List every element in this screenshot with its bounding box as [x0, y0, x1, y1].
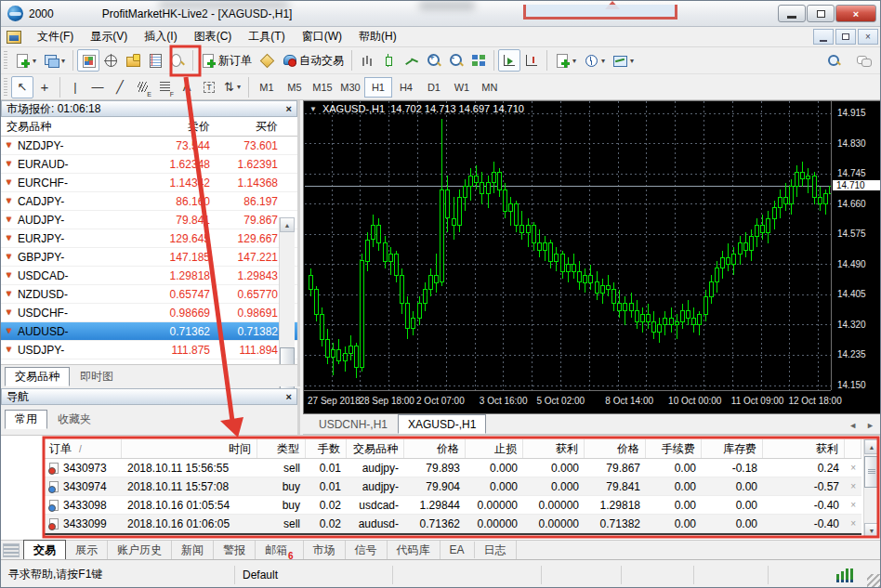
market-watch-header[interactable]: 交易品种 卖价 买价 [1, 117, 297, 137]
terminal-button[interactable] [144, 49, 166, 72]
market-watch-row[interactable]: ▼NZDJPY-73.54473.601 [1, 137, 297, 155]
orders-column-1[interactable]: 时间 [122, 439, 257, 458]
menu-item-0[interactable]: 文件(F) [29, 26, 82, 47]
market-watch-row[interactable]: ▼USDCAD-1.298181.29843 [1, 267, 297, 285]
market-watch-row[interactable]: ▼USDCHF-0.986690.98691 [1, 304, 297, 322]
orders-column-3[interactable]: 手数 [306, 439, 347, 458]
close-button[interactable]: × [835, 5, 876, 22]
chart-tab-usdcnh[interactable]: USDCNH-,H1 [309, 414, 398, 434]
text-label-tool[interactable]: T [198, 76, 220, 98]
profiles-button[interactable]: ▾ [40, 49, 69, 72]
orders-column-8[interactable]: 价格 [585, 439, 646, 458]
vertical-line-tool[interactable]: | [64, 76, 86, 98]
toolbar-grip[interactable] [4, 51, 7, 70]
resize-grip[interactable] [867, 574, 880, 587]
menu-item-2[interactable]: 插入(I) [136, 26, 185, 47]
strategy-tester-button[interactable] [166, 49, 189, 72]
toolbar-grip[interactable] [4, 78, 7, 97]
market-watch-row[interactable]: ▼AUDJPY-79.84179.867 [1, 211, 297, 229]
terminal-tab-8[interactable]: 代码库 [388, 541, 440, 560]
orders-table-header[interactable]: 订单/时间类型手数交易品种价格止损获利价格手续费库存费获利 [44, 439, 861, 459]
timeframe-m5[interactable]: M5 [281, 77, 309, 98]
data-window-button[interactable] [99, 49, 122, 72]
order-row[interactable]: 34309742018.10.11 15:57:08buy0.01audjpy-… [44, 477, 861, 496]
templates-button[interactable]: ▾ [609, 49, 638, 72]
tile-windows-button[interactable] [467, 49, 490, 72]
terminal-tab-3[interactable]: 新闻 [172, 541, 214, 560]
status-profile[interactable]: Default [235, 566, 393, 584]
tab-tick-chart[interactable]: 即时图 [70, 367, 124, 386]
chart-tab-scroll-right-icon[interactable]: ► [866, 421, 874, 430]
new-order-button[interactable]: 新订单 [197, 49, 256, 72]
chart-title-caret-icon[interactable]: ▼ [309, 105, 317, 113]
close-order-icon[interactable]: × [845, 518, 861, 529]
mdi-close-button[interactable]: × [858, 29, 878, 45]
market-watch-row[interactable]: ▼CADJPY-86.16086.197 [1, 192, 297, 211]
mdi-minimize-button[interactable] [813, 29, 834, 45]
market-watch-row[interactable]: ▼AUDUSD-0.713620.71382 [1, 322, 297, 341]
market-watch-row[interactable]: ▼NZDUSD-0.657470.65770 [1, 285, 297, 304]
trendline-tool[interactable]: ╱ [109, 76, 131, 98]
order-row[interactable]: 34309732018.10.11 15:56:55sell0.01audjpy… [44, 459, 861, 477]
tab-common[interactable]: 常用 [5, 410, 47, 429]
order-row[interactable]: 34330992018.10.16 01:06:05sell0.02audusd… [44, 515, 861, 533]
zoom-in-button[interactable]: + [423, 49, 445, 72]
bar-chart-button[interactable] [356, 49, 378, 72]
scroll-up-icon[interactable]: ▲ [280, 217, 295, 232]
price-axis[interactable]: 14.91514.83014.74514.66014.57514.49014.4… [831, 101, 881, 390]
terminal-tab-9[interactable]: EA [440, 542, 475, 558]
timeframe-h4[interactable]: H4 [392, 77, 420, 98]
menu-item-1[interactable]: 显示(V) [82, 26, 136, 47]
timeframe-m1[interactable]: M1 [253, 77, 281, 98]
close-order-icon[interactable]: × [845, 481, 861, 491]
restore-button[interactable] [807, 5, 835, 22]
timeframe-h1[interactable]: H1 [364, 77, 392, 98]
line-chart-button[interactable] [401, 49, 423, 72]
zoom-out-button[interactable]: - [445, 49, 467, 72]
chart-tab-xagusd[interactable]: XAGUSD-,H1 [398, 414, 486, 434]
timeframe-m15[interactable]: M15 [309, 77, 336, 98]
terminal-scrollbar[interactable]: ▲ ▼ [863, 439, 879, 538]
scrollbar-thumb[interactable] [864, 456, 879, 488]
column-ask[interactable]: 买价 [210, 119, 282, 135]
indicators-button[interactable]: ▾ [551, 49, 580, 72]
orders-column-7[interactable]: 获利 [523, 439, 585, 458]
chart-tab-scroll-left-icon[interactable]: ◄ [848, 421, 857, 430]
title-bar[interactable]: 2000 ProfitMarketHK-Live2 - [XAGUSD-,H1]… [1, 1, 881, 27]
market-watch-toggle[interactable] [77, 49, 99, 72]
orders-column-0[interactable]: 订单/ [44, 439, 122, 458]
fibonacci-tool[interactable]: F [153, 76, 176, 98]
navigator-button[interactable] [122, 49, 144, 72]
terminal-tab-0[interactable]: 交易 [23, 540, 66, 561]
auto-scroll-button[interactable] [498, 49, 520, 72]
timeframe-m30[interactable]: M30 [336, 77, 364, 98]
metaeditor-button[interactable] [256, 49, 278, 72]
market-watch-row[interactable]: ▼USDJPY-111.875111.894 [1, 341, 297, 359]
market-watch-row[interactable]: ▼GBPJPY-147.185147.221 [1, 248, 297, 267]
market-watch-row[interactable]: ▼EURAUD-1.623481.62391 [1, 155, 297, 174]
menu-item-6[interactable]: 帮助(H) [350, 26, 405, 47]
time-axis[interactable]: 27 Sep 201828 Sep 18:002 Oct 07:003 Oct … [304, 390, 831, 413]
minimize-button[interactable] [778, 5, 806, 22]
periods-button[interactable]: ▾ [580, 49, 609, 72]
order-row[interactable]: 34330982018.10.16 01:05:54buy0.02usdcad-… [44, 496, 861, 515]
orders-column-2[interactable]: 类型 [257, 439, 306, 458]
terminal-tab-2[interactable]: 账户历史 [108, 541, 172, 560]
column-bid[interactable]: 卖价 [125, 119, 210, 135]
terminal-tab-4[interactable]: 警报 [214, 541, 256, 560]
timeframe-w1[interactable]: W1 [448, 77, 476, 98]
close-order-icon[interactable]: × [845, 500, 861, 510]
market-watch-caption[interactable]: 市场报价: 01:06:18 × [1, 100, 297, 117]
channel-tool[interactable]: E [131, 76, 153, 98]
horizontal-line-tool[interactable]: — [86, 76, 109, 98]
orders-column-4[interactable]: 交易品种 [347, 439, 404, 458]
mdi-restore-button[interactable] [835, 29, 856, 45]
terminal-tab-6[interactable]: 市场 [304, 541, 346, 560]
crosshair-tool[interactable]: + [33, 76, 56, 98]
arrows-tool[interactable]: ⇅▾ [220, 76, 244, 98]
terminal-grip-icon[interactable] [3, 543, 20, 557]
text-tool[interactable]: A [176, 76, 198, 98]
chart-panel[interactable]: ▼ XAGUSD-,H1 14.702 14.713 14.697 14.710… [303, 100, 881, 414]
timeframe-d1[interactable]: D1 [420, 77, 448, 98]
autotrading-button[interactable]: 自动交易 [278, 49, 348, 72]
